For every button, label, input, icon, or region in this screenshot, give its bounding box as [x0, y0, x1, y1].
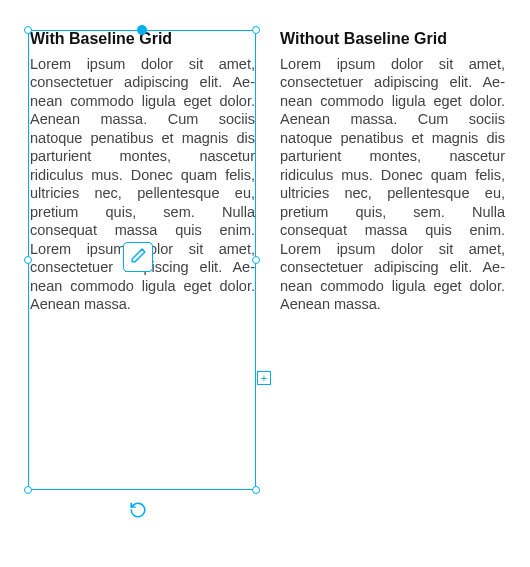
heading-right: Without Baseline Grid: [280, 30, 505, 49]
revert-button[interactable]: [126, 500, 150, 524]
undo-icon: [129, 501, 147, 523]
plus-icon: +: [261, 373, 267, 384]
selection-handle-bottom-right[interactable]: [252, 486, 260, 494]
text-overflow-plus[interactable]: +: [257, 371, 271, 385]
text-frame-right[interactable]: Without Baseline Grid Lorem ipsum dolor …: [280, 30, 505, 314]
body-left: Lorem ipsum dolor sit amet, consectetuer…: [30, 55, 255, 314]
body-right: Lorem ipsum dolor sit amet, consectetuer…: [280, 55, 505, 314]
design-canvas[interactable]: With Baseline Grid Lorem ipsum dolor sit…: [0, 0, 530, 567]
heading-left: With Baseline Grid: [30, 30, 255, 49]
selection-handle-bottom-left[interactable]: [24, 486, 32, 494]
pencil-icon: [130, 247, 147, 268]
edit-content-button[interactable]: [123, 242, 153, 272]
